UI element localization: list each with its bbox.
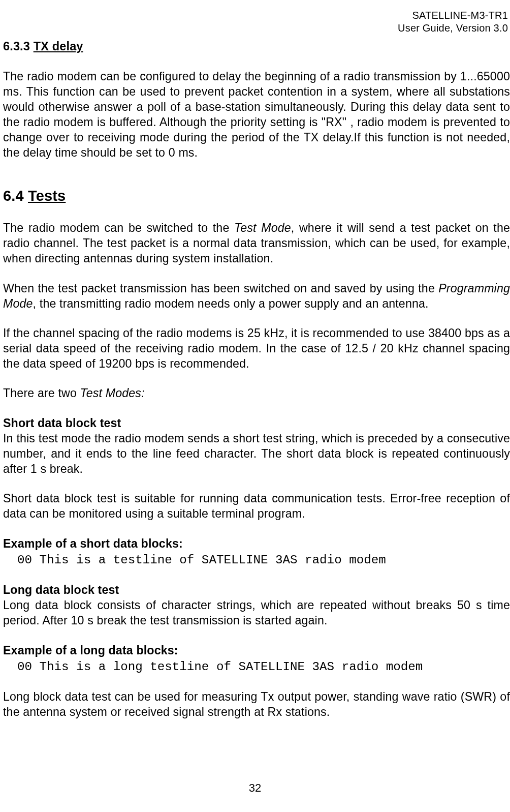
- term-test-mode: Test Mode: [234, 221, 291, 234]
- text: The radio modem can be switched to the: [3, 221, 234, 234]
- term-test-modes: Test Modes:: [80, 386, 145, 400]
- header-docver: User Guide, Version 3.0: [0, 22, 508, 35]
- heading-6-4: 6.4 Tests: [3, 187, 510, 206]
- page-content: 6.3.3 TX delay The radio modem can be co…: [0, 39, 510, 720]
- heading-title: Tests: [28, 188, 66, 204]
- code-short-example: 00 This is a testline of SATELLINE 3AS r…: [3, 552, 510, 568]
- paragraph: In this test mode the radio modem sends …: [3, 431, 510, 476]
- paragraph: When the test packet transmission has be…: [3, 281, 510, 311]
- heading-6-3-3: 6.3.3 TX delay: [3, 39, 510, 54]
- paragraph: If the channel spacing of the radio mode…: [3, 325, 510, 371]
- page-number: 32: [0, 781, 510, 795]
- subheading-short-test: Short data block test: [3, 415, 510, 431]
- page-header: SATELLINE-M3-TR1 User Guide, Version 3.0: [0, 9, 510, 35]
- text: When the test packet transmission has be…: [3, 282, 438, 295]
- header-product: SATELLINE-M3-TR1: [0, 9, 508, 22]
- paragraph: Long data block consists of character st…: [3, 597, 510, 628]
- text: , the transmitting radio modem needs onl…: [33, 297, 429, 310]
- paragraph: Long block data test can be used for mea…: [3, 689, 510, 719]
- heading-number: 6.4: [3, 188, 24, 204]
- paragraph: The radio modem can be configured to del…: [3, 69, 510, 161]
- code-long-example: 00 This is a long testline of SATELLINE …: [3, 659, 510, 675]
- paragraph: Short data block test is suitable for ru…: [3, 491, 510, 521]
- subheading-short-example: Example of a short data blocks:: [3, 536, 510, 551]
- subheading-long-example: Example of a long data blocks:: [3, 643, 510, 658]
- paragraph: The radio modem can be switched to the T…: [3, 220, 510, 266]
- text: There are two: [3, 386, 80, 400]
- page: SATELLINE-M3-TR1 User Guide, Version 3.0…: [0, 0, 510, 812]
- heading-title: TX delay: [34, 40, 83, 53]
- heading-number: 6.3.3: [3, 40, 30, 53]
- subheading-long-test: Long data block test: [3, 582, 510, 597]
- paragraph: There are two Test Modes:: [3, 385, 510, 401]
